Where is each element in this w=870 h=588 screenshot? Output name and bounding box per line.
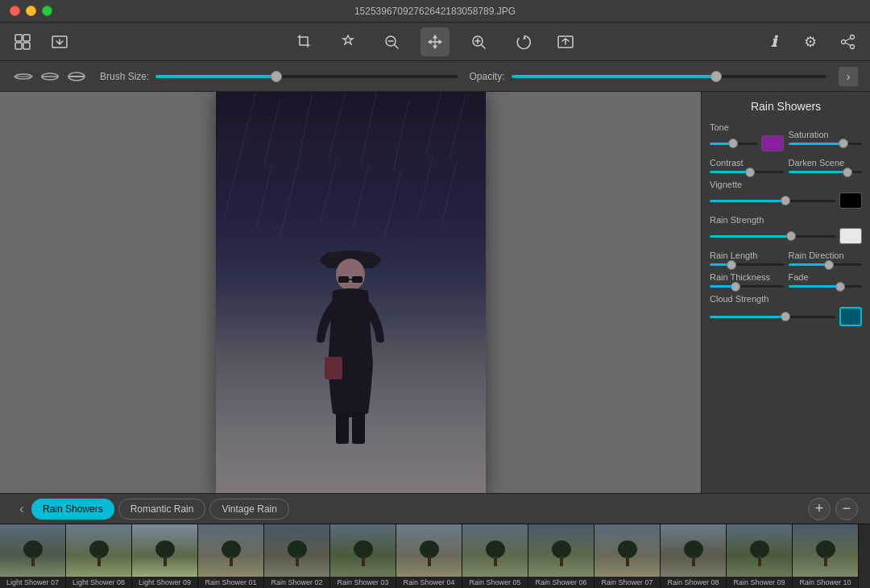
maximize-button[interactable] — [42, 6, 52, 16]
brush-small-icon[interactable] — [12, 68, 35, 85]
svg-rect-3 — [23, 43, 30, 49]
photo-container — [216, 92, 486, 493]
rain-thickness-slider[interactable] — [710, 285, 784, 288]
list-item[interactable]: Rain Shower 06 — [528, 524, 594, 588]
filter-chevron-left[interactable]: ‹ — [12, 499, 31, 519]
cloud-strength-swatch[interactable] — [839, 307, 862, 326]
svg-point-58 — [552, 540, 571, 558]
crop-button[interactable] — [290, 27, 319, 56]
settings-button[interactable]: ⚙ — [796, 27, 825, 56]
thumb-label: Rain Shower 10 — [793, 577, 858, 588]
svg-rect-51 — [296, 556, 299, 566]
svg-point-10 — [851, 44, 855, 48]
window-title: 15253967092762642183058789.JPG — [354, 6, 516, 17]
content-area: Rain Showers Tone Saturation — [0, 92, 870, 493]
svg-rect-1 — [23, 35, 30, 41]
svg-rect-59 — [560, 556, 563, 566]
brush-large-icon[interactable] — [65, 68, 88, 85]
contrast-slider[interactable] — [710, 171, 784, 173]
svg-rect-61 — [626, 556, 629, 566]
darken-scene-slider[interactable] — [789, 171, 863, 173]
brush-medium-icon[interactable] — [39, 68, 61, 85]
opacity-slider-container: Opacity: — [470, 71, 827, 82]
expand-button[interactable]: › — [839, 67, 858, 86]
list-item[interactable]: Rain Shower 01 — [198, 524, 264, 588]
brush-size-label: Brush Size: — [100, 71, 149, 82]
panel-title: Rain Showers — [710, 100, 862, 113]
fade-label: Fade — [789, 272, 863, 282]
cloud-strength-slider[interactable] — [710, 316, 835, 318]
import-button[interactable] — [45, 27, 74, 56]
saturation-slider[interactable] — [789, 143, 863, 145]
list-item[interactable]: Light Shower 08 — [66, 524, 132, 588]
list-item[interactable]: Rain Shower 04 — [396, 524, 462, 588]
svg-point-8 — [842, 39, 846, 43]
rain-strength-slider[interactable] — [710, 235, 835, 238]
move-button[interactable] — [420, 27, 450, 56]
thumb-label: Rain Shower 09 — [727, 577, 792, 588]
thumb-label: Rain Shower 08 — [661, 577, 726, 588]
thumb-label: Rain Shower 02 — [264, 577, 329, 588]
rotate-button[interactable] — [508, 27, 536, 56]
cloud-strength-label: Cloud Strength — [710, 294, 862, 304]
tab-vintage-rain[interactable]: Vintage Rain — [209, 499, 289, 520]
svg-rect-0 — [15, 35, 22, 41]
svg-point-42 — [23, 540, 43, 558]
thumbnails-strip: Light Shower 07 Light Shower 08 Light Sh… — [0, 524, 870, 588]
vignette-slider[interactable] — [710, 200, 835, 202]
right-panel: Rain Showers Tone Saturation — [701, 92, 870, 493]
list-item[interactable]: Rain Shower 08 — [661, 524, 727, 588]
thumb-label: Rain Shower 04 — [396, 577, 462, 588]
tab-romantic-rain[interactable]: Romantic Rain — [118, 499, 206, 520]
list-item[interactable]: Rain Shower 03 — [330, 524, 396, 588]
svg-rect-43 — [31, 556, 35, 566]
rain-length-slider[interactable] — [710, 263, 784, 266]
zoom-in-button[interactable] — [464, 27, 493, 56]
thumb-label: Rain Shower 07 — [594, 577, 660, 588]
canvas-area[interactable] — [0, 92, 701, 493]
thumb-label: Rain Shower 03 — [330, 577, 396, 588]
remove-filter-button[interactable]: − — [835, 498, 858, 520]
list-item[interactable]: Light Shower 07 — [0, 524, 66, 588]
share-button[interactable] — [833, 27, 862, 56]
list-item[interactable]: Rain Shower 05 — [462, 524, 528, 588]
zoom-out-button[interactable] — [377, 27, 406, 56]
svg-point-46 — [155, 540, 175, 558]
svg-point-62 — [684, 540, 703, 558]
brush-size-slider[interactable] — [155, 75, 457, 78]
export-button[interactable] — [551, 27, 580, 56]
filter-tabs-area: ‹ Rain Showers Romantic Rain Vintage Rai… — [0, 493, 870, 524]
thumb-label: Rain Shower 01 — [198, 577, 263, 588]
vignette-label: Vignette — [710, 180, 862, 189]
svg-point-52 — [354, 540, 373, 558]
list-item[interactable]: Rain Shower 02 — [264, 524, 330, 588]
list-item[interactable]: Rain Shower 09 — [727, 524, 793, 588]
svg-rect-2 — [15, 43, 22, 49]
brush-size-slider-container: Brush Size: — [100, 71, 458, 82]
svg-rect-67 — [824, 556, 827, 566]
thumb-label: Light Shower 09 — [132, 577, 197, 588]
svg-point-44 — [89, 540, 109, 558]
svg-rect-55 — [428, 556, 431, 566]
fade-slider[interactable] — [789, 285, 863, 288]
tone-swatch[interactable] — [761, 135, 784, 151]
list-item[interactable]: Light Shower 09 — [132, 524, 198, 588]
svg-rect-63 — [692, 556, 695, 566]
rain-strength-swatch[interactable] — [839, 228, 862, 244]
list-item[interactable]: Rain Shower 10 — [793, 524, 859, 588]
tone-slider[interactable] — [710, 143, 757, 145]
secondary-toolbar: Brush Size: Opacity: › — [0, 61, 870, 92]
opacity-slider[interactable] — [512, 75, 826, 78]
add-filter-button[interactable]: + — [808, 498, 831, 520]
list-item[interactable]: Rain Shower 07 — [594, 524, 661, 588]
close-button[interactable] — [10, 6, 20, 16]
info-button[interactable]: ℹ — [759, 27, 788, 56]
toolbar-right: ℹ ⚙ — [759, 27, 862, 56]
svg-point-50 — [288, 540, 307, 558]
vignette-swatch[interactable] — [839, 193, 862, 209]
tab-rain-showers[interactable]: Rain Showers — [31, 499, 114, 520]
gallery-button[interactable] — [8, 27, 37, 56]
rain-direction-slider[interactable] — [789, 263, 863, 266]
minimize-button[interactable] — [26, 6, 36, 16]
stamp-button[interactable] — [334, 27, 362, 56]
